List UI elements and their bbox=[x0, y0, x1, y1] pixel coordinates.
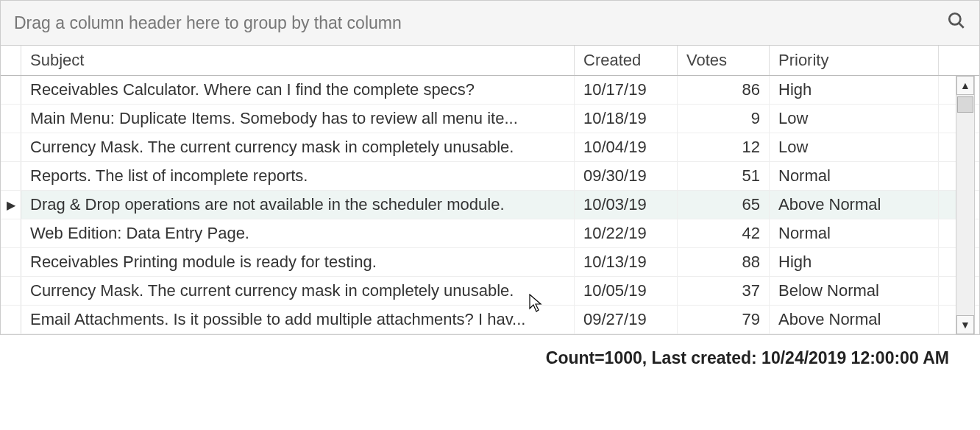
cell-subject[interactable]: Currency Mask. The current currency mask… bbox=[21, 277, 575, 305]
table-row[interactable]: Currency Mask. The current currency mask… bbox=[1, 133, 979, 162]
scroll-down-button[interactable]: ▼ bbox=[956, 315, 974, 334]
table-row[interactable]: Web Edition: Data Entry Page.10/22/1942N… bbox=[1, 219, 979, 248]
cell-votes[interactable]: 88 bbox=[678, 248, 770, 276]
chevron-down-icon: ▼ bbox=[960, 319, 970, 331]
cell-created[interactable]: 10/13/19 bbox=[575, 248, 678, 276]
row-indicator-icon: ▶ bbox=[7, 198, 15, 212]
row-indicator bbox=[1, 306, 21, 334]
table-row[interactable]: Receivables Calculator. Where can I find… bbox=[1, 76, 979, 105]
cell-created[interactable]: 10/05/19 bbox=[575, 277, 678, 305]
cell-priority[interactable]: High bbox=[770, 76, 939, 104]
cell-votes[interactable]: 51 bbox=[678, 162, 770, 190]
cell-subject[interactable]: Web Edition: Data Entry Page. bbox=[21, 219, 575, 247]
cell-subject[interactable]: Reports. The list of incomplete reports. bbox=[21, 162, 575, 190]
row-indicator: ▶ bbox=[1, 191, 21, 219]
cell-votes[interactable]: 65 bbox=[678, 191, 770, 219]
cell-created[interactable]: 10/18/19 bbox=[575, 105, 678, 133]
row-indicator bbox=[1, 105, 21, 133]
cell-created[interactable]: 09/27/19 bbox=[575, 306, 678, 334]
cell-votes[interactable]: 37 bbox=[678, 277, 770, 305]
table-row[interactable]: Currency Mask. The current currency mask… bbox=[1, 277, 979, 306]
row-indicator bbox=[1, 277, 21, 305]
cell-subject[interactable]: Main Menu: Duplicate Items. Somebody has… bbox=[21, 105, 575, 133]
search-icon[interactable] bbox=[947, 11, 966, 35]
rows-viewport: Receivables Calculator. Where can I find… bbox=[1, 76, 979, 334]
row-indicator bbox=[1, 162, 21, 190]
cell-created[interactable]: 10/22/19 bbox=[575, 219, 678, 247]
cell-priority[interactable]: High bbox=[770, 248, 939, 276]
cell-created[interactable]: 10/04/19 bbox=[575, 133, 678, 161]
cell-priority[interactable]: Normal bbox=[770, 219, 939, 247]
row-indicator bbox=[1, 248, 21, 276]
cell-votes[interactable]: 86 bbox=[678, 76, 770, 104]
table-row[interactable]: ▶Drag & Drop operations are not availabl… bbox=[1, 191, 979, 219]
vertical-scrollbar[interactable]: ▲ ▼ bbox=[956, 76, 975, 334]
cell-created[interactable]: 10/17/19 bbox=[575, 76, 678, 104]
scroll-thumb[interactable] bbox=[957, 96, 973, 113]
cell-priority[interactable]: Above Normal bbox=[770, 191, 939, 219]
column-header-priority[interactable]: Priority bbox=[770, 46, 939, 75]
cell-subject[interactable]: Currency Mask. The current currency mask… bbox=[21, 133, 575, 161]
summary-footer: Count=1000, Last created: 10/24/2019 12:… bbox=[0, 335, 980, 376]
row-indicator bbox=[1, 76, 21, 104]
column-header-row: Subject Created Votes Priority bbox=[1, 46, 979, 76]
data-grid: Drag a column header here to group by th… bbox=[0, 0, 980, 335]
cell-priority[interactable]: Low bbox=[770, 133, 939, 161]
group-by-hint: Drag a column header here to group by th… bbox=[14, 13, 402, 33]
svg-line-1 bbox=[959, 23, 964, 28]
scrollbar-header-gutter bbox=[939, 46, 967, 75]
table-row[interactable]: Receivables Printing module is ready for… bbox=[1, 248, 979, 277]
column-header-subject[interactable]: Subject bbox=[21, 46, 575, 75]
cell-priority[interactable]: Normal bbox=[770, 162, 939, 190]
row-indicator bbox=[1, 219, 21, 247]
cell-subject[interactable]: Email Attachments. Is it possible to add… bbox=[21, 306, 575, 334]
cell-priority[interactable]: Low bbox=[770, 105, 939, 133]
cell-subject[interactable]: Receivables Calculator. Where can I find… bbox=[21, 76, 575, 104]
cell-created[interactable]: 10/03/19 bbox=[575, 191, 678, 219]
cell-votes[interactable]: 79 bbox=[678, 306, 770, 334]
table-row[interactable]: Main Menu: Duplicate Items. Somebody has… bbox=[1, 105, 979, 133]
table-row[interactable]: Reports. The list of incomplete reports.… bbox=[1, 162, 979, 191]
column-header-created[interactable]: Created bbox=[575, 46, 678, 75]
cell-created[interactable]: 09/30/19 bbox=[575, 162, 678, 190]
row-indicator bbox=[1, 133, 21, 161]
cell-priority[interactable]: Below Normal bbox=[770, 277, 939, 305]
scroll-up-button[interactable]: ▲ bbox=[956, 76, 974, 95]
group-by-panel[interactable]: Drag a column header here to group by th… bbox=[1, 0, 979, 46]
table-row[interactable]: Email Attachments. Is it possible to add… bbox=[1, 306, 979, 334]
row-indicator-header bbox=[1, 46, 21, 75]
cell-votes[interactable]: 12 bbox=[678, 133, 770, 161]
cell-votes[interactable]: 9 bbox=[678, 105, 770, 133]
column-header-votes[interactable]: Votes bbox=[678, 46, 770, 75]
svg-point-0 bbox=[949, 13, 960, 24]
cell-subject[interactable]: Receivables Printing module is ready for… bbox=[21, 248, 575, 276]
cell-subject[interactable]: Drag & Drop operations are not available… bbox=[21, 191, 575, 219]
cell-priority[interactable]: Above Normal bbox=[770, 306, 939, 334]
cell-votes[interactable]: 42 bbox=[678, 219, 770, 247]
chevron-up-icon: ▲ bbox=[960, 80, 970, 91]
